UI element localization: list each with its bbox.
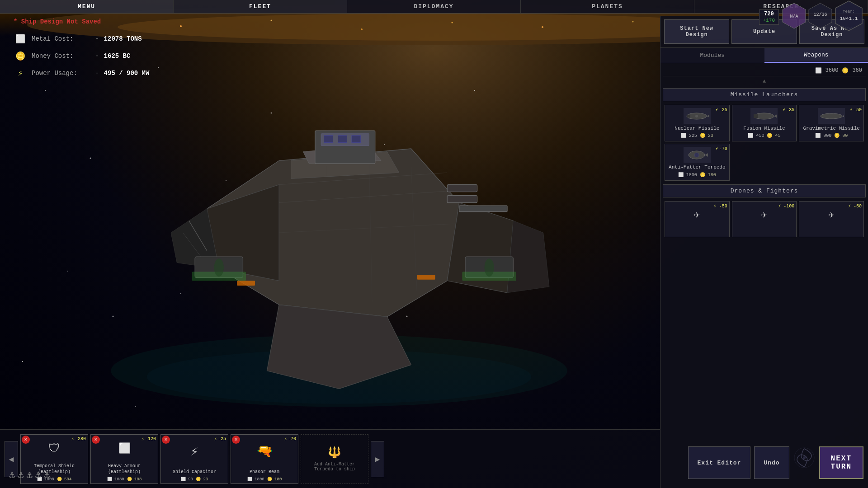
svg-rect-74: [754, 114, 758, 118]
nav-planets[interactable]: PLANETS: [521, 0, 694, 13]
slots-nav-right[interactable]: ▶: [371, 441, 384, 477]
exit-editor-button[interactable]: Exit Editor: [688, 446, 751, 479]
fusion-missile-icon: [750, 108, 778, 124]
nuclear-missile-stats: ⬜ 225 🪙 23: [681, 133, 713, 138]
slot-name-shield-capacitor: Shield Capacitor: [161, 468, 228, 476]
svg-rect-63: [447, 185, 477, 192]
svg-rect-64: [447, 196, 477, 203]
module-metal-cost: 3600: [826, 67, 839, 74]
start-new-design-button[interactable]: Start New Design: [664, 19, 729, 44]
tab-weapons[interactable]: Weapons: [764, 48, 868, 63]
slot-remove-temporal-shield[interactable]: ✕: [22, 436, 30, 444]
slot-phasor-beam[interactable]: ✕ ⚡ -70 🔫 Phasor Beam ⬜ 1800 🪙 180: [231, 434, 298, 484]
module-metal-icon: ⬜: [815, 67, 822, 74]
svg-rect-43: [352, 136, 361, 143]
bottom-slots-bar: ◀ ✕ ⚡ -280 🛡 Temporal Shield (Battleship…: [0, 429, 660, 488]
svg-point-67: [485, 258, 494, 277]
power-usage-row: ⚡ Power Usage: - 495 / 900 MW: [14, 66, 149, 80]
gravimetric-missile-power: ⚡ -50: [850, 107, 862, 113]
svg-rect-65: [459, 206, 507, 211]
slot-power-heavy-armour: ⚡ -120: [142, 436, 156, 442]
bottom-right-controls: Exit Editor Undo NEXTTURN: [688, 446, 863, 479]
metal-label: Metal Cost:: [32, 35, 90, 42]
gravimetric-missile-name: Gravimetric Missile: [803, 125, 859, 131]
power-dash: -: [95, 69, 99, 77]
hex-na-badge: N/A: [782, 2, 807, 29]
slot-power-phasor-beam: ⚡ -70: [284, 436, 296, 442]
svg-point-79: [694, 153, 699, 157]
fighter-card-3[interactable]: ⚡ -50 ✈: [799, 201, 864, 237]
svg-rect-55: [237, 281, 255, 286]
slot-add-antimatter[interactable]: 🔱 Add Anti-Matter Torpedo to ship: [301, 434, 368, 484]
undo-button[interactable]: Undo: [754, 446, 789, 479]
next-turn-button[interactable]: NEXTTURN: [819, 446, 863, 479]
panel-tabs: Modules Weapons: [660, 47, 868, 63]
tab-modules[interactable]: Modules: [660, 48, 764, 63]
slot-remove-phasor-beam[interactable]: ✕: [232, 436, 240, 444]
money-value: 1625 BC: [104, 52, 131, 60]
drones-fighters-header: Drones & Fighters: [663, 184, 866, 197]
slot-stats-heavy-armour: ⬜ 1080 🪙 108: [91, 476, 158, 483]
fighter-card-2[interactable]: ⚡ -100 ✈: [732, 201, 797, 237]
fleet-icon-2: ⚓: [18, 469, 24, 481]
nuclear-missile-name: Nuclear Missile: [675, 125, 719, 131]
missile-launchers-header: Missile Launchers: [663, 88, 866, 101]
svg-text:12/36: 12/36: [813, 12, 827, 17]
svg-marker-78: [705, 153, 708, 157]
fleet-icon-4: ⚓: [35, 469, 41, 481]
svg-rect-56: [417, 275, 435, 280]
fighter-power-1: ⚡ -50: [714, 203, 727, 209]
slot-shield-capacitor[interactable]: ✕ ⚡ -25 ⚡ Shield Capacitor ⬜ 90 🪙 23: [160, 434, 228, 484]
module-money-icon: 🪙: [842, 67, 849, 74]
module-money-cost: 360: [852, 67, 862, 74]
svg-text:1041.1: 1041.1: [840, 16, 858, 21]
panel-content[interactable]: ⬜ 3600 🪙 360 ▲ Missile Launchers ⚡ -25: [660, 63, 868, 488]
svg-marker-73: [774, 114, 777, 118]
galaxy-swirl-icon: [793, 446, 816, 469]
slot-power-temporal-shield: ⚡ -280: [71, 436, 86, 442]
slot-remove-heavy-armour[interactable]: ✕: [92, 436, 100, 444]
money-cost-row: 🪙 Money Cost: - 1625 BC: [14, 49, 149, 63]
nuclear-missile-icon: [684, 108, 711, 124]
svg-point-75: [821, 113, 842, 119]
svg-rect-41: [324, 136, 333, 143]
top-navigation: MENU FLEET DIPLOMACY PLANETS RESEARCH: [0, 0, 868, 14]
metal-cost-row: ⬜ Metal Cost: - 12078 TONS: [14, 32, 149, 46]
svg-rect-70: [687, 115, 690, 117]
scroll-up-arrow: ▲: [663, 76, 866, 86]
fusion-missile-name: Fusion Missile: [743, 125, 785, 131]
antimatter-torpedo-icon: [684, 147, 711, 163]
slot-name-heavy-armour: Heavy Armour (Battleship): [91, 462, 158, 476]
fusion-missile-stats: ⬜ 450 🪙 45: [748, 133, 780, 138]
weapon-card-gravimetric-missile[interactable]: ⚡ -50 Gravimetric Missile ⬜ 900 🪙 90: [799, 105, 864, 141]
weapons-grid: ⚡ -25 Nuclear Missile ⬜ 225 🪙 23: [663, 103, 866, 183]
slot-remove-shield-capacitor[interactable]: ✕: [162, 436, 170, 444]
nuclear-missile-power: ⚡ -25: [716, 107, 727, 113]
antimatter-torpedo-name: Anti-Matter Torpedo: [669, 164, 725, 170]
slot-name-phasor-beam: Phasor Beam: [231, 468, 298, 476]
antimatter-torpedo-stats: ⬜ 1800 🪙 180: [678, 172, 716, 178]
fleet-icon-1: ⚓: [9, 469, 15, 481]
nav-fleet[interactable]: FLEET: [174, 0, 347, 13]
weapon-card-antimatter-torpedo[interactable]: ⚡ -70 Anti-Matter Torpedo ⬜ 1800 🪙 180: [665, 144, 730, 180]
fighter-card-1[interactable]: ⚡ -50 ✈: [665, 201, 730, 237]
svg-marker-76: [842, 115, 844, 117]
fusion-missile-power: ⚡ -35: [783, 107, 794, 113]
power-label: Power Usage:: [32, 70, 90, 77]
hex-slots-badge: 12/36: [808, 2, 833, 29]
svg-point-20: [271, 20, 272, 21]
svg-text:N/A: N/A: [790, 14, 798, 19]
slot-heavy-armour[interactable]: ✕ ⚡ -120 ⬜ Heavy Armour (Battleship) ⬜ 1…: [90, 434, 158, 484]
money-dash: -: [95, 52, 99, 60]
nav-menu[interactable]: MENU: [0, 0, 174, 13]
antimatter-torpedo-power: ⚡ -70: [716, 146, 727, 151]
power-icon: ⚡: [14, 66, 27, 80]
money-icon: 🪙: [14, 49, 27, 63]
ship-viewport: [23, 23, 656, 443]
slot-stats-phasor-beam: ⬜ 1800 🪙 180: [231, 476, 298, 483]
fighter-icon-3: ✈: [829, 209, 835, 221]
nav-diplomacy[interactable]: DIPLOMACY: [347, 0, 521, 13]
weapon-card-nuclear-missile[interactable]: ⚡ -25 Nuclear Missile ⬜ 225 🪙 23: [665, 105, 730, 141]
weapon-card-fusion-missile[interactable]: ⚡ -35 Fusion Missile ⬜ 450 🪙 45: [732, 105, 797, 141]
next-turn-label: NEXTTURN: [831, 455, 852, 471]
